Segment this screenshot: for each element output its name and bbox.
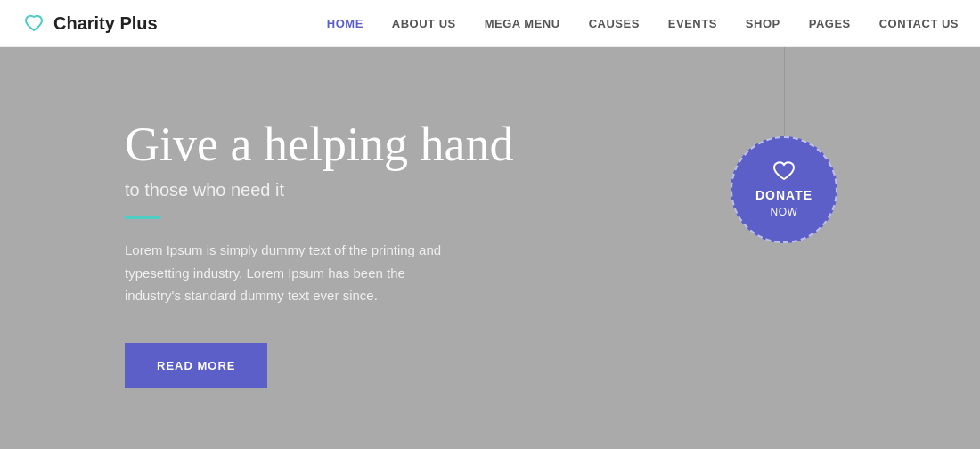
- nav-link-events[interactable]: EVENTS: [668, 17, 717, 30]
- heart-icon: [21, 11, 46, 36]
- nav-item-causes[interactable]: CAUSES: [589, 15, 640, 31]
- hero-divider: [125, 216, 160, 219]
- donate-container: DONATE NOW: [731, 47, 837, 243]
- nav-item-events[interactable]: EVENTS: [668, 15, 717, 31]
- brand-logo[interactable]: Charity Plus: [21, 11, 158, 36]
- nav-link-causes[interactable]: CAUSES: [589, 17, 640, 30]
- read-more-button[interactable]: READ MORE: [125, 343, 267, 388]
- nav-link-shop[interactable]: SHOP: [746, 17, 780, 30]
- hero-content: Give a helping hand to those who need it…: [125, 118, 513, 388]
- nav-item-pages[interactable]: PAGES: [809, 15, 851, 31]
- hero-subtitle: to those who need it: [125, 180, 513, 200]
- nav-item-about[interactable]: ABOUT US: [392, 15, 456, 31]
- donate-label: DONATE: [755, 188, 813, 203]
- nav-item-home[interactable]: HOME: [327, 15, 363, 31]
- nav-link-contact[interactable]: CONTACT US: [879, 17, 959, 30]
- nav-link-mega[interactable]: MEGA MENU: [485, 17, 560, 30]
- nav-link-about[interactable]: ABOUT US: [392, 17, 456, 30]
- donate-string: [784, 47, 785, 136]
- donate-now-label: NOW: [771, 206, 798, 218]
- hero-body-text: Lorem Ipsum is simply dummy text of the …: [125, 239, 445, 307]
- donate-badge[interactable]: DONATE NOW: [731, 136, 837, 243]
- nav-link-pages[interactable]: PAGES: [809, 17, 851, 30]
- hero-section: Give a helping hand to those who need it…: [0, 47, 980, 449]
- nav-item-mega[interactable]: MEGA MENU: [485, 15, 560, 31]
- nav-item-contact[interactable]: CONTACT US: [879, 15, 959, 31]
- nav-link-home[interactable]: HOME: [327, 17, 363, 30]
- brand-name: Charity Plus: [53, 13, 158, 34]
- nav-item-shop[interactable]: SHOP: [746, 15, 780, 31]
- donate-heart-icon: [772, 161, 796, 184]
- hero-title: Give a helping hand: [125, 118, 513, 171]
- navbar: Charity Plus HOME ABOUT US MEGA MENU CAU…: [0, 0, 980, 47]
- nav-links: HOME ABOUT US MEGA MENU CAUSES EVENTS SH…: [327, 15, 959, 31]
